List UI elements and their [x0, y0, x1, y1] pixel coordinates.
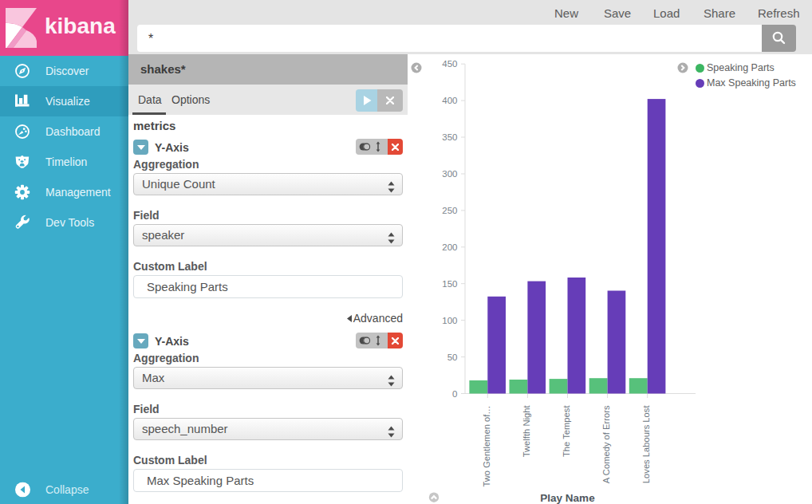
- svg-text:250: 250: [442, 206, 457, 215]
- svg-text:300: 300: [442, 169, 457, 179]
- svg-text:0: 0: [452, 389, 457, 399]
- svg-text:Twelfth Night: Twelfth Night: [522, 405, 531, 458]
- svg-text:A Comedy of Errors: A Comedy of Errors: [601, 405, 611, 483]
- svg-text:200: 200: [442, 242, 457, 252]
- svg-text:450: 450: [442, 59, 457, 69]
- svg-text:Loves Labours Lost: Loves Labours Lost: [641, 405, 651, 484]
- svg-text:50: 50: [447, 352, 458, 362]
- svg-text:100: 100: [442, 316, 457, 325]
- svg-text:Play Name: Play Name: [540, 492, 595, 504]
- svg-text:350: 350: [442, 132, 457, 142]
- svg-text:Two Gentlemen of…: Two Gentlemen of…: [482, 406, 491, 487]
- svg-text:150: 150: [442, 279, 457, 289]
- svg-text:400: 400: [442, 96, 457, 105]
- svg-text:The Tempest: The Tempest: [562, 405, 571, 457]
